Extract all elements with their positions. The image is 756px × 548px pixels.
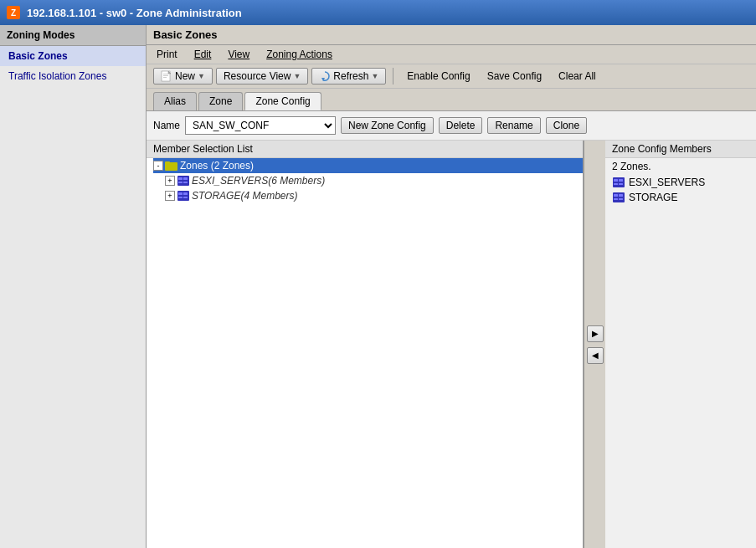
svg-rect-8: [177, 176, 189, 186]
svg-rect-15: [183, 192, 188, 195]
esxi-member-label: ESXI_SERVERS: [629, 177, 705, 188]
tab-zone[interactable]: Zone: [198, 92, 243, 110]
name-label: Name: [153, 120, 180, 131]
svg-rect-2: [163, 75, 168, 76]
tree-esxi-item[interactable]: + ESXI_SERVERS(6 Members): [165, 173, 583, 188]
content-header: Basic Zones: [147, 25, 756, 45]
tree-child-1-row: + ESXI_SERVERS(6 Members): [147, 173, 583, 188]
svg-rect-26: [614, 198, 618, 200]
new-label: New: [175, 70, 195, 82]
main-content: Member Selection List - Zones (2 Zones): [147, 141, 756, 548]
menu-edit[interactable]: Edit: [191, 47, 215, 62]
resource-view-label: Resource View: [224, 70, 291, 82]
root-expand-icon[interactable]: -: [153, 161, 163, 171]
clear-all-button[interactable]: Clear All: [552, 69, 603, 84]
tree-root-row: - Zones (2 Zones): [147, 158, 583, 173]
zone-member-esxi[interactable]: ESXI_SERVERS: [605, 175, 756, 190]
esxi-zone-icon: [177, 175, 190, 187]
storage-expand-icon[interactable]: +: [165, 191, 175, 201]
sidebar: Zoning Modes Basic Zones Traffic Isolati…: [0, 25, 147, 548]
storage-member-icon: [612, 192, 625, 203]
new-zone-config-button[interactable]: New Zone Config: [341, 117, 434, 134]
svg-rect-7: [165, 161, 170, 164]
resource-view-arrow: ▼: [293, 72, 301, 80]
toolbar-separator-1: [393, 68, 393, 85]
arrow-left-button[interactable]: ◀: [587, 347, 604, 364]
toolbar: New ▼ Resource View ▼ Refresh ▼ Enable C…: [147, 64, 756, 89]
svg-rect-3: [163, 77, 167, 78]
title-bar: Z 192.168.1.101 - sw0 - Zone Administrat…: [0, 0, 756, 25]
new-dropdown-arrow: ▼: [198, 72, 205, 80]
svg-rect-11: [178, 182, 183, 183]
esxi-member-icon: [612, 177, 625, 188]
svg-rect-12: [183, 182, 188, 183]
svg-rect-9: [178, 177, 183, 180]
member-panel: Member Selection List - Zones (2 Zones): [147, 141, 584, 548]
zone-members-header: Zone Config Members: [605, 141, 756, 158]
svg-rect-17: [183, 197, 188, 198]
tree-storage-item[interactable]: + STORAGE(4 Members): [165, 188, 583, 203]
sidebar-item-basic-zones[interactable]: Basic Zones: [0, 46, 146, 66]
svg-rect-20: [619, 179, 623, 182]
delete-button[interactable]: Delete: [439, 117, 483, 134]
tab-bar: Alias Zone Zone Config: [147, 89, 756, 111]
main-layout: Zoning Modes Basic Zones Traffic Isolati…: [0, 25, 756, 548]
sidebar-item-traffic-isolation-zones[interactable]: Traffic Isolation Zones: [0, 66, 146, 86]
svg-rect-24: [614, 194, 618, 197]
svg-rect-19: [614, 179, 618, 182]
svg-rect-16: [178, 197, 183, 198]
tab-zone-config[interactable]: Zone Config: [244, 92, 321, 110]
refresh-label: Refresh: [333, 70, 368, 82]
tree-root-item[interactable]: - Zones (2 Zones): [153, 158, 583, 173]
enable-config-button[interactable]: Enable Config: [400, 69, 476, 84]
esxi-expand-icon[interactable]: +: [165, 176, 175, 186]
zone-config-area: Name SAN_SW_CONF New Zone Config Delete …: [147, 111, 756, 141]
new-icon: [161, 70, 172, 82]
svg-rect-27: [619, 198, 623, 200]
arrow-panel: ▶ ◀: [584, 141, 605, 548]
svg-rect-21: [614, 183, 618, 185]
zones-folder-icon: [165, 160, 178, 172]
window-title: 192.168.1.101 - sw0 - Zone Administratio…: [27, 7, 242, 19]
svg-rect-23: [613, 192, 625, 202]
tab-alias[interactable]: Alias: [153, 92, 197, 110]
content-area: Basic Zones Print Edit View Zoning Actio…: [147, 25, 756, 548]
svg-rect-1: [163, 74, 168, 74]
esxi-label: ESXI_SERVERS(6 Members): [192, 175, 325, 187]
svg-rect-25: [619, 194, 623, 197]
refresh-arrow: ▼: [371, 72, 378, 80]
resource-view-button[interactable]: Resource View ▼: [216, 68, 308, 85]
arrow-right-button[interactable]: ▶: [587, 325, 604, 342]
app-icon-letter: Z: [11, 8, 16, 18]
tree-child-2-row: + STORAGE(4 Members): [147, 188, 583, 203]
name-select[interactable]: SAN_SW_CONF: [185, 116, 336, 135]
save-config-button[interactable]: Save Config: [481, 69, 548, 84]
menu-print[interactable]: Print: [153, 47, 181, 62]
menu-view[interactable]: View: [224, 47, 253, 62]
svg-rect-14: [178, 192, 183, 195]
app-icon: Z: [7, 6, 20, 19]
svg-rect-18: [613, 177, 625, 187]
menu-zoning-actions[interactable]: Zoning Actions: [263, 47, 336, 62]
rename-button[interactable]: Rename: [487, 117, 540, 134]
tree-root-label: Zones (2 Zones): [180, 160, 254, 172]
zone-member-storage[interactable]: STORAGE: [605, 190, 756, 205]
sidebar-header: Zoning Modes: [0, 25, 146, 46]
storage-label: STORAGE(4 Members): [192, 190, 297, 202]
refresh-button[interactable]: Refresh ▼: [311, 68, 386, 85]
menu-bar: Print Edit View Zoning Actions: [147, 45, 756, 64]
svg-rect-13: [177, 191, 189, 201]
svg-rect-10: [183, 177, 188, 180]
member-panel-header: Member Selection List: [147, 141, 583, 158]
svg-rect-22: [619, 183, 623, 185]
new-button[interactable]: New ▼: [153, 68, 213, 85]
clone-button[interactable]: Clone: [546, 117, 587, 134]
zone-count: 2 Zones.: [605, 158, 756, 175]
refresh-icon: [319, 70, 331, 82]
storage-member-label: STORAGE: [629, 192, 677, 203]
zone-members-panel: Zone Config Members 2 Zones. ESXI_SERVER…: [605, 141, 756, 548]
storage-zone-icon: [177, 190, 190, 202]
